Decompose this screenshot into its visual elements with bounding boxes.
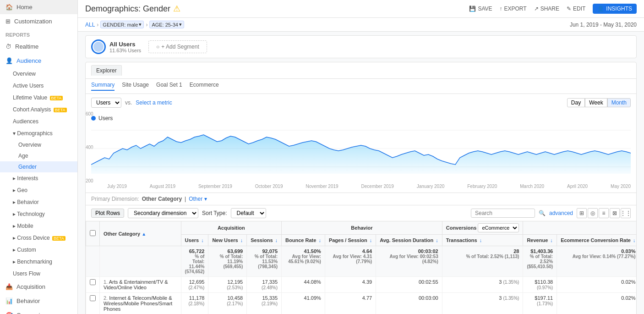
tab-summary[interactable]: Summary [91,82,115,91]
total-ecomm-conv: 0.03% Avg for View: 0.14% (77.27%) [557,246,636,277]
table-view-icon[interactable]: ⊞ [577,208,587,218]
totals-row: 65,722 % of Total: 11.44% (574,652) 63,6… [86,246,637,277]
revenue-col-header[interactable]: Revenue ↓ [523,235,557,246]
breadcrumb-gender-chip[interactable]: GENDER: male ▾ [100,21,144,28]
sidebar-item-audience[interactable]: 👤 Audience [0,54,77,68]
sidebar-item-active-users[interactable]: Active Users [0,80,77,92]
content-area: All Users 11.63% Users ○ + Add Segment E… [78,32,644,314]
tab-ecommerce[interactable]: Ecommerce [190,82,219,91]
select-metric-link[interactable]: Select a metric [136,99,172,106]
users-col-header[interactable]: Users ↓ [181,235,208,246]
select-all-checkbox[interactable] [90,230,96,236]
total-transactions: 28 % of Total: 2.52% (1,113) [442,246,523,277]
ecomm-conv-col-header[interactable]: Ecommerce Conversion Rate ↓ [557,235,636,246]
metric-dropdown[interactable]: Users [91,98,121,108]
sidebar-item-acquisition[interactable]: 📥 Acquisition [0,280,77,294]
chart-area: Users 600 400 200 [86,111,636,193]
sidebar-item-gender[interactable]: Gender [0,161,77,172]
advanced-link[interactable]: advanced [549,210,573,216]
sidebar-item-realtime[interactable]: ⏱ Realtime [0,39,77,54]
new-users-col-header[interactable]: New Users ↓ [208,235,247,246]
plot-rows-button[interactable]: Plot Rows [91,209,124,218]
bar-view-icon[interactable]: ≡ [599,208,609,218]
segment-bar: All Users 11.63% Users ○ + Add Segment [85,35,637,58]
row-checkbox-cell[interactable] [86,293,100,314]
customization-icon: ⊞ [5,18,11,25]
time-btn-day[interactable]: Day [567,98,585,107]
sidebar-item-lifetime-value[interactable]: Lifetime Value BETA [0,92,77,104]
bounce-rate-col-header[interactable]: Bounce Rate ↓ [282,235,325,246]
chart-svg-wrapper [91,123,631,183]
sidebar-item-interests[interactable]: ▸ Interests [0,172,77,184]
row-checkbox[interactable] [90,279,96,285]
conversions-dropdown[interactable]: eCommerce [478,223,519,232]
row-checkbox[interactable] [90,295,96,301]
breadcrumb-age-chip[interactable]: AGE: 25-34 ▾ [149,21,184,28]
conversions-group-header: Conversions eCommerce [442,221,523,235]
sidebar-item-technology[interactable]: ▸ Technology [0,208,77,220]
sidebar-item-age[interactable]: Age [0,150,77,161]
table-search-input[interactable] [471,209,535,218]
row-users: 12,695 (2.47%) [181,277,208,293]
sidebar-item-demographics-overview[interactable]: Overview [0,139,77,150]
scatter-view-icon[interactable]: ⋮⋮ [621,208,631,218]
row-checkbox-cell[interactable] [86,277,100,293]
sidebar-item-custom[interactable]: ▸ Custom [0,244,77,256]
share-button[interactable]: ↗ SHARE [534,6,559,12]
secondary-dimension-dropdown[interactable]: Secondary dimension [128,208,198,218]
sort-type-dropdown[interactable]: Default [231,208,266,218]
tab-goal-set-1[interactable]: Goal Set 1 [156,82,182,91]
sidebar-item-overview[interactable]: Overview [0,68,77,80]
total-revenue: $1,403.36 % of Total: 2.52% ($55,410.50) [523,246,557,277]
sidebar-item-conversions[interactable]: 🎯 Conversions [0,308,77,314]
x-axis-labels: July 2019 August 2019 September 2019 Oct… [107,183,631,191]
sidebar-item-cohort-analysis[interactable]: Cohort Analysis BETA [0,104,77,116]
chart-area-fill [91,135,631,174]
pivot-view-icon[interactable]: ⊠ [610,208,620,218]
sidebar-item-behavior[interactable]: ▸ Behavior [0,196,77,208]
sidebar-item-home[interactable]: 🏠 Home [0,0,77,14]
row-ecomm-conv: 0.02% [557,277,636,293]
explorer-tab-label[interactable]: Explorer [91,65,122,76]
breadcrumb-all[interactable]: ALL [85,22,95,28]
tab-site-usage[interactable]: Site Usage [122,82,149,91]
save-button[interactable]: 💾 SAVE [469,6,492,12]
row-pages-session: 4.77 [325,293,376,314]
date-range[interactable]: Jun 1, 2019 - May 31, 2020 [570,22,637,28]
export-button[interactable]: ↑ EXPORT [500,6,527,12]
pie-view-icon[interactable]: ◎ [588,208,598,218]
total-users: 65,722 % of Total: 11.44% (574,652) [181,246,208,277]
sort-type-label: Sort Type: [202,210,227,216]
sidebar-item-users-flow[interactable]: Users Flow [0,268,77,280]
edit-button[interactable]: ✎ EDIT [567,6,585,12]
sidebar-item-cross-device[interactable]: ▸ Cross Device BETA [0,232,77,244]
conversions-icon: 🎯 [5,312,13,314]
add-segment-button[interactable]: ○ + Add Segment [148,40,207,53]
total-pages-session: 4.64 Avg for View: 4.31 (7.79%) [325,246,376,277]
time-btn-week[interactable]: Week [585,98,607,107]
primary-dim-sep: | [185,196,186,202]
export-icon: ↑ [500,6,502,12]
sidebar-item-geo[interactable]: ▸ Geo [0,184,77,196]
save-icon: 💾 [469,6,476,12]
time-btn-month[interactable]: Month [607,98,631,107]
acquisition-group-header: Acquisition [181,221,281,235]
sidebar-item-behavior[interactable]: 📊 Behavior [0,294,77,308]
row-pages-session: 4.39 [325,277,376,293]
sidebar-item-mobile[interactable]: ▸ Mobile [0,220,77,232]
sidebar-item-demographics[interactable]: ▾ Demographics [0,127,77,139]
transactions-col-header[interactable]: Transactions ↓ [442,235,523,246]
segment-circle [91,39,106,54]
avg-session-col-header[interactable]: Avg. Session Duration ↓ [376,235,442,246]
total-new-users: 63,699 % of Total: 11.19% (569,455) [208,246,247,277]
table-controls: Plot Rows Secondary dimension Sort Type:… [86,205,636,221]
sidebar-item-customization[interactable]: ⊞ Customization [0,14,77,28]
sidebar-item-benchmarking[interactable]: ▸ Benchmarking [0,256,77,268]
insights-button[interactable]: 👤 INSIGHTS [593,4,637,14]
row-users: 11,178 (2.18%) [181,293,208,314]
primary-dim-other[interactable]: Other ▾ [189,196,207,202]
sessions-col-header[interactable]: Sessions ↓ [247,235,282,246]
pages-session-col-header[interactable]: Pages / Session ↓ [325,235,376,246]
table-ctrl-left: Plot Rows Secondary dimension Sort Type:… [91,208,266,218]
sidebar-item-audiences[interactable]: Audiences [0,116,77,127]
